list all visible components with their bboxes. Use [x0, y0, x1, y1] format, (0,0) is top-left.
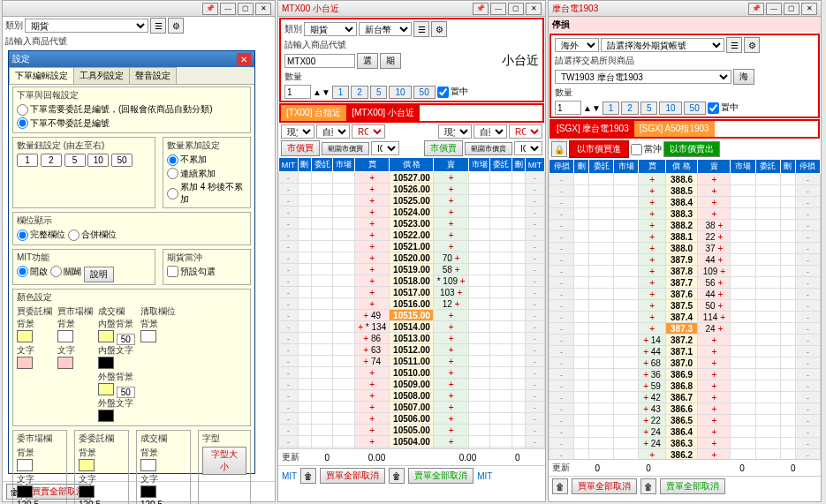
ladder-row[interactable]: -+ 8610513.00+-: [279, 333, 545, 344]
trash-icon[interactable]: 🗑: [300, 468, 316, 484]
mit-off[interactable]: 關闢: [50, 266, 81, 278]
ladder-row[interactable]: -+10507.00+-: [279, 402, 545, 413]
tab-sound[interactable]: 聲音設定: [129, 67, 177, 84]
tab-order[interactable]: 下單編輯設定: [9, 67, 74, 84]
acc-opt1[interactable]: 不累加: [167, 154, 207, 166]
spinner-icon[interactable]: ▲▼: [583, 103, 601, 113]
product-select[interactable]: TW1903 摩台電1903: [555, 70, 731, 84]
pos-opt2[interactable]: 合併欄位: [68, 229, 117, 241]
ladder-row[interactable]: -+ * 13410514.00+-: [279, 321, 545, 333]
ladder-row[interactable]: -+ 36386.9+-: [549, 369, 821, 380]
color-swatch[interactable]: [98, 357, 114, 369]
pos-opt1[interactable]: 完整欄位: [17, 229, 65, 241]
toolbar-icon[interactable]: ☰: [726, 37, 742, 53]
ladder-row[interactable]: -+387.324 +-: [549, 323, 821, 335]
mkt-buy-button[interactable]: 市價買: [281, 140, 320, 156]
color-swatch[interactable]: [17, 357, 33, 369]
ladder-row[interactable]: -+ 24386.4+-: [549, 426, 821, 438]
ladder-row[interactable]: -+10524.00+-: [279, 207, 545, 218]
currency-select[interactable]: 新台幣: [359, 22, 412, 36]
color-swatch[interactable]: [98, 383, 114, 395]
tab-mtx00[interactable]: [MTX00] 小台近: [346, 105, 420, 121]
color-swatch[interactable]: [79, 459, 95, 471]
mkt-buy-button[interactable]: 以市價買進: [569, 140, 629, 158]
ioc-sel[interactable]: IOC: [371, 141, 399, 155]
ladder-row[interactable]: -+ 7410511.00+-: [279, 356, 545, 367]
ladder-row[interactable]: -+387.756 +-: [549, 277, 821, 289]
mkt-sell-button[interactable]: 以市價賣出: [663, 141, 720, 157]
close-icon[interactable]: ✕: [526, 3, 542, 15]
qty4[interactable]: [87, 154, 109, 167]
mkt-sell-button[interactable]: 市價賣: [424, 140, 463, 156]
center-chk[interactable]: 置中: [437, 86, 468, 98]
sel-button[interactable]: 選: [357, 53, 378, 69]
ladder-row[interactable]: -+10520.0070 +-: [279, 252, 545, 264]
qty-input[interactable]: [555, 101, 581, 115]
ladder-row[interactable]: -+ 42386.7+-: [549, 392, 821, 403]
ladder-row[interactable]: -+ 24386.3+-: [549, 438, 821, 449]
tab-sgx-a50[interactable]: [SGX] A50指1903: [634, 121, 715, 137]
ladder-row[interactable]: -+387.550 +-: [549, 300, 821, 312]
acc-opt2[interactable]: 連續累加: [167, 168, 216, 180]
type-select[interactable]: 期貨: [25, 19, 148, 33]
ladder-row[interactable]: -+388.122 +-: [549, 231, 821, 243]
acc-opt3[interactable]: 累加 4 秒後不累加: [167, 181, 246, 206]
toolbar-icon2[interactable]: ⚙: [168, 18, 184, 34]
ladder-row[interactable]: -+10504.00+-: [279, 436, 545, 448]
range-sell-button[interactable]: 範圍市價賣: [465, 142, 512, 155]
ord-sel[interactable]: 自動: [474, 124, 507, 139]
qty2[interactable]: [41, 154, 62, 167]
ioc-sel[interactable]: IOC: [514, 141, 542, 155]
qty-btn[interactable]: 1: [602, 102, 620, 115]
cancel-buy-button[interactable]: 買單全部取消: [320, 468, 385, 484]
ladder-row[interactable]: -+10508.00+-: [279, 390, 545, 402]
ladder-row[interactable]: -+10518.00* 109 +-: [279, 275, 545, 287]
ladder-row[interactable]: -+388.5+-: [549, 185, 821, 197]
ladder-row[interactable]: -+10526.00+-: [279, 184, 545, 195]
ladder-row[interactable]: -+10521.00+-: [279, 241, 545, 252]
max-icon[interactable]: ▢: [238, 3, 254, 15]
ladder-row[interactable]: -+10506.00+-: [279, 413, 545, 425]
color-swatch[interactable]: [140, 459, 156, 471]
close-icon[interactable]: ✕: [255, 3, 271, 15]
trash-icon[interactable]: 🗑: [552, 478, 568, 494]
gear-icon[interactable]: ⚙: [744, 37, 760, 53]
radio-opt1[interactable]: 下單需要委託是編號，(回報會依商品自動分類): [17, 103, 213, 116]
cancel-sell-button[interactable]: 賣單全部取消: [660, 478, 725, 494]
ladder-row[interactable]: -+ 68387.0+-: [549, 357, 821, 369]
ladder-row[interactable]: -+ 59386.8+-: [549, 380, 821, 392]
ord-sel[interactable]: ROD: [509, 124, 542, 139]
mit-help-button[interactable]: 說明: [84, 267, 114, 282]
ord-sel[interactable]: 自動: [316, 124, 350, 139]
ladder-row[interactable]: -+10523.00+-: [279, 218, 545, 229]
ladder-row[interactable]: -+10510.00+-: [279, 367, 545, 379]
min-icon[interactable]: —: [490, 3, 506, 15]
toolbar-icon[interactable]: ☰: [150, 18, 166, 34]
ladder-row[interactable]: -+ 6310512.00+-: [279, 344, 545, 356]
font-button[interactable]: 字型大小: [202, 447, 246, 475]
lock-icon[interactable]: 🔒: [551, 141, 567, 157]
ord-sel[interactable]: 現貨: [281, 124, 314, 139]
ladder-row[interactable]: -+388.6+-: [549, 174, 821, 185]
ladder-row[interactable]: -+387.644 +-: [549, 289, 821, 300]
qty-btn[interactable]: 10: [389, 86, 411, 99]
toolbar-icon[interactable]: ☰: [413, 21, 429, 37]
ladder-row[interactable]: -+386.2+-: [549, 449, 821, 460]
account-select[interactable]: 請選擇海外期貨帳號: [601, 38, 724, 52]
price-ladder[interactable]: MIT刪委託市場買價 格賣市場委託刪MIT -+10527.00+--+1052…: [278, 157, 545, 448]
ladder-row[interactable]: -+10522.00+-: [279, 229, 545, 241]
code-input[interactable]: [284, 54, 355, 68]
ladder-row[interactable]: -+ 4910515.00+-: [279, 310, 545, 321]
ladder-row[interactable]: -+ 44387.1+-: [549, 346, 821, 357]
qty-btn[interactable]: 50: [413, 86, 436, 99]
color-swatch[interactable]: [98, 330, 114, 342]
color-swatch[interactable]: [57, 330, 73, 342]
price-ladder[interactable]: 停損刪委託市場買價 格賣市場委託刪停損 -+388.6+--+388.5+--+…: [549, 159, 821, 459]
max-icon[interactable]: ▢: [784, 3, 799, 15]
ladder-row[interactable]: -+ 43386.6+-: [549, 403, 821, 415]
color-swatch[interactable]: [98, 410, 114, 422]
min-icon[interactable]: —: [220, 3, 236, 15]
qty-btn[interactable]: 1: [332, 86, 350, 99]
ord-sel[interactable]: ROD: [352, 124, 385, 139]
qty-btn[interactable]: 2: [621, 102, 639, 115]
